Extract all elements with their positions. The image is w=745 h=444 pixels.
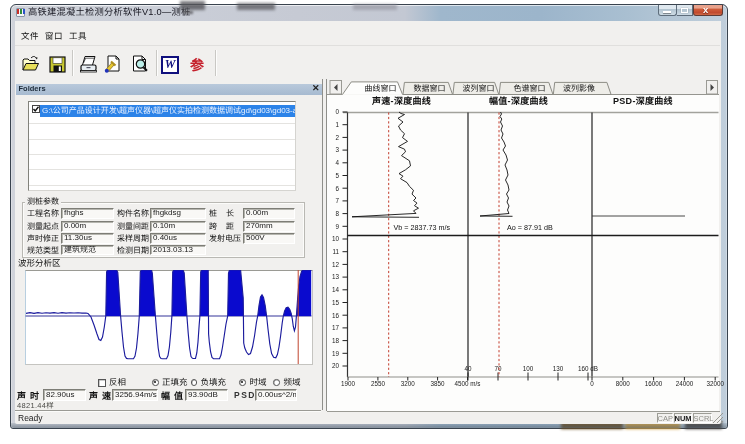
svg-text:6: 6 [335,185,339,192]
svg-text:Vb = 2837.73 m/s: Vb = 2837.73 m/s [394,223,451,232]
svg-text:130: 130 [553,365,564,372]
svg-text:160 dB: 160 dB [578,365,598,372]
svg-text:3200: 3200 [401,380,416,387]
svg-text:11: 11 [332,248,339,255]
svg-text:2550: 2550 [371,380,386,387]
svg-text:0: 0 [335,108,339,115]
svg-text:19: 19 [332,350,340,357]
svg-text:1: 1 [335,121,339,128]
svg-text:40: 40 [464,365,472,372]
svg-text:16000: 16000 [645,380,663,387]
svg-text:4: 4 [335,159,339,166]
svg-text:18: 18 [332,337,340,344]
svg-text:3850: 3850 [431,380,446,387]
svg-text:2: 2 [335,134,339,141]
svg-text:20: 20 [332,362,340,369]
svg-text:7: 7 [335,197,339,204]
svg-text:17: 17 [332,324,340,331]
svg-text:15: 15 [332,299,340,306]
svg-text:0: 0 [590,380,594,387]
svg-text:14: 14 [332,286,340,293]
svg-text:100: 100 [523,365,534,372]
svg-text:8: 8 [335,210,339,217]
svg-text:9: 9 [335,223,339,230]
svg-text:Ao = 87.91 dB: Ao = 87.91 dB [507,223,553,232]
svg-text:13: 13 [332,273,340,280]
svg-text:32000: 32000 [706,380,724,387]
svg-text:5: 5 [335,172,339,179]
svg-text:8000: 8000 [616,380,631,387]
svg-text:3: 3 [335,146,339,153]
svg-text:70: 70 [494,365,502,372]
svg-text:16: 16 [332,312,340,319]
svg-text:10: 10 [332,235,340,242]
svg-text:12: 12 [332,261,340,268]
svg-text:24000: 24000 [676,380,694,387]
svg-text:1900: 1900 [341,380,356,387]
svg-text:4500 m/s: 4500 m/s [455,380,481,387]
